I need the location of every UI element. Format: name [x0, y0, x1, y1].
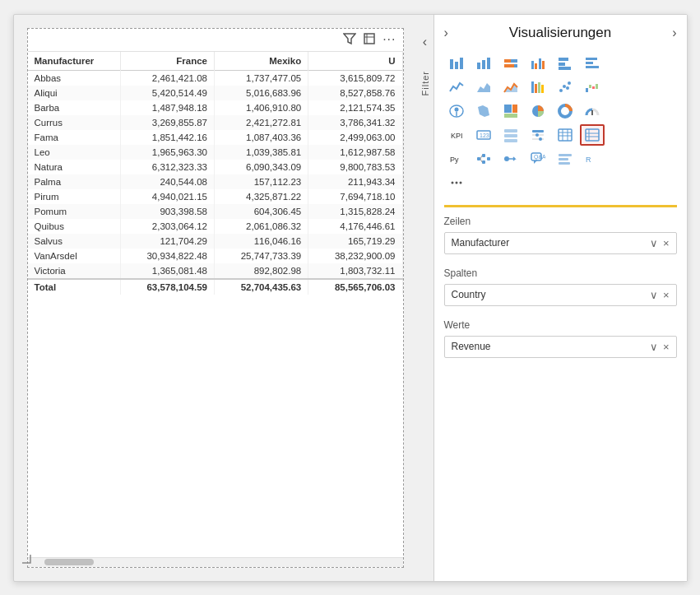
- treemap-icon[interactable]: [498, 100, 523, 122]
- horizontal-scrollbar[interactable]: [28, 557, 403, 567]
- filter-icon[interactable]: [343, 32, 356, 48]
- svg-point-73: [504, 156, 509, 161]
- table-row: Currus3,269,855.872,421,272.813,786,341.…: [28, 115, 403, 130]
- kpi-icon[interactable]: KPI: [444, 124, 469, 146]
- svg-rect-13: [504, 64, 514, 67]
- svg-rect-50: [504, 134, 517, 137]
- donut-chart-icon[interactable]: [553, 100, 577, 122]
- svg-point-81: [451, 181, 453, 184]
- svg-text:123: 123: [480, 132, 489, 138]
- line-area-icon[interactable]: [498, 77, 523, 98]
- ribbon-chart-icon[interactable]: [526, 77, 550, 98]
- svg-rect-1: [364, 34, 374, 44]
- svg-text:Q&A: Q&A: [534, 154, 545, 160]
- svg-point-56: [539, 137, 542, 141]
- right-panel: › Visualisierungen ›: [433, 15, 687, 581]
- matrix-icon[interactable]: [580, 124, 605, 146]
- resize-handle[interactable]: [21, 553, 32, 565]
- svg-rect-18: [559, 58, 568, 61]
- slicer-icon[interactable]: [526, 124, 550, 146]
- smart-narrative-icon[interactable]: [553, 148, 577, 170]
- panel-right-arrow[interactable]: ›: [672, 26, 676, 40]
- zeilen-field-row[interactable]: Manufacturer ∨ ×: [444, 232, 677, 254]
- svg-rect-14: [531, 61, 534, 69]
- grouped-bar-icon[interactable]: [526, 53, 550, 74]
- data-table: Manufacturer France Mexiko U Abbas2,461,…: [28, 52, 403, 295]
- svg-line-71: [480, 156, 482, 159]
- panel-header: › Visualisierungen ›: [444, 25, 677, 41]
- svg-text:R: R: [586, 156, 591, 164]
- bar-chart-icon[interactable]: [471, 53, 496, 74]
- col-manufacturer: Manufacturer: [28, 52, 121, 71]
- zeilen-section: Zeilen Manufacturer ∨ ×: [444, 205, 677, 259]
- svg-rect-42: [504, 114, 517, 118]
- more-visuals-icon[interactable]: [444, 172, 469, 193]
- zeilen-field-actions: ∨ ×: [650, 237, 670, 249]
- line-chart-icon[interactable]: [444, 77, 469, 98]
- panel-left-arrow[interactable]: ›: [444, 26, 448, 40]
- svg-rect-78: [559, 158, 568, 160]
- stacked-bar-icon[interactable]: [444, 53, 469, 74]
- map-icon[interactable]: [444, 100, 469, 122]
- spalten-close[interactable]: ×: [663, 289, 670, 301]
- expand-icon[interactable]: [363, 32, 376, 48]
- panel-divider: ‹ Filter: [417, 15, 433, 581]
- svg-rect-6: [460, 58, 463, 69]
- werte-field-row[interactable]: Revenue ∨ ×: [444, 336, 677, 358]
- table-row: Barba1,487,948.181,406,910.802,121,574.3…: [28, 100, 403, 115]
- svg-rect-68: [482, 154, 485, 157]
- total-row: Total 63,578,104.59 52,704,435.63 85,565…: [28, 279, 403, 295]
- svg-rect-51: [504, 139, 517, 142]
- svg-rect-57: [559, 129, 572, 141]
- spalten-chevron[interactable]: ∨: [650, 289, 658, 301]
- filled-map-icon[interactable]: [471, 100, 496, 122]
- svg-rect-5: [455, 62, 458, 69]
- table-icon[interactable]: [553, 124, 577, 146]
- stacked-bar-h-icon[interactable]: [553, 53, 577, 74]
- svg-marker-0: [344, 34, 355, 44]
- svg-text:KPI: KPI: [451, 132, 463, 140]
- bar-h-icon[interactable]: [580, 53, 605, 74]
- svg-rect-7: [477, 63, 480, 69]
- svg-rect-36: [592, 86, 595, 89]
- svg-point-32: [566, 86, 569, 90]
- svg-rect-52: [532, 130, 544, 132]
- werte-field-name: Revenue: [452, 341, 491, 352]
- spalten-field-row[interactable]: Country ∨ ×: [444, 284, 677, 306]
- col-france: France: [120, 52, 214, 71]
- card-icon[interactable]: 123: [471, 124, 496, 146]
- zeilen-chevron[interactable]: ∨: [650, 237, 658, 249]
- shape-map-icon[interactable]: R: [580, 148, 605, 170]
- table-row: Pirum4,940,021.154,325,871.227,694,718.1…: [28, 189, 403, 204]
- werte-chevron[interactable]: ∨: [650, 341, 658, 353]
- svg-rect-16: [539, 58, 541, 69]
- werte-close[interactable]: ×: [663, 341, 670, 353]
- key-influencers-icon[interactable]: [498, 148, 523, 170]
- svg-rect-49: [504, 129, 517, 132]
- table-container: ··· Manufacturer France Mexiko U Ab: [27, 28, 404, 568]
- more-icon[interactable]: ···: [382, 32, 396, 47]
- svg-rect-37: [596, 84, 598, 89]
- qa-icon[interactable]: Q&A: [526, 148, 550, 170]
- zeilen-close[interactable]: ×: [663, 237, 670, 249]
- svg-rect-69: [482, 160, 485, 164]
- 100pct-bar-icon[interactable]: [498, 53, 523, 74]
- svg-rect-70: [487, 157, 490, 160]
- col-mexiko: Mexiko: [214, 52, 308, 71]
- multi-row-card-icon[interactable]: [498, 124, 523, 146]
- table-row: Victoria1,365,081.48892,802.981,803,732.…: [28, 263, 403, 279]
- pie-chart-icon[interactable]: [526, 100, 550, 122]
- svg-rect-11: [504, 59, 511, 63]
- gauge-icon[interactable]: [580, 100, 605, 122]
- waterfall-icon[interactable]: [580, 77, 605, 98]
- decomp-tree-icon[interactable]: [471, 148, 496, 170]
- svg-rect-23: [586, 66, 599, 68]
- svg-rect-20: [559, 67, 571, 70]
- werte-field-actions: ∨ ×: [650, 341, 670, 353]
- table-row: Pomum903,398.58604,306.451,315,828.24: [28, 204, 403, 219]
- collapse-arrow[interactable]: ‹: [423, 35, 427, 49]
- python-icon[interactable]: Py: [444, 148, 469, 170]
- scatter-chart-icon[interactable]: [553, 77, 577, 98]
- area-chart-icon[interactable]: [471, 77, 496, 98]
- svg-point-33: [568, 81, 571, 85]
